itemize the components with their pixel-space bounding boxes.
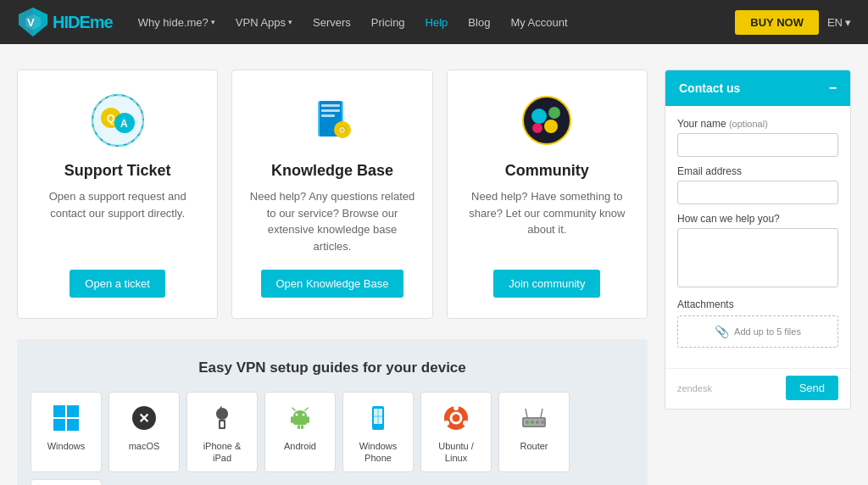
minimize-button[interactable]: − [829,81,837,96]
contact-form-body: Your name (optional) Email address How c… [665,106,850,368]
device-label-macos: macOS [129,440,160,452]
svg-point-33 [303,414,305,416]
svg-line-34 [292,408,295,410]
device-item-blackberry[interactable]: Blackberry [31,479,102,485]
svg-rect-43 [379,409,383,416]
support-ticket-card: Q A Support Ticket Open a support reques… [17,70,218,319]
svg-rect-37 [307,416,309,423]
router-icon [519,403,549,433]
device-item-windows-phone[interactable]: Windows Phone [342,392,414,472]
form-footer: zendesk Send [665,368,850,409]
device-section: Easy VPN setup guides for your device Wi… [17,339,648,485]
support-ticket-title: Support Ticket [64,162,171,180]
svg-rect-31 [220,421,224,427]
nav-right: BUY NOW EN ▾ [735,10,851,35]
device-item-ubuntu-linux[interactable]: Ubuntu / Linux [420,392,492,472]
svg-point-20 [531,109,547,124]
svg-point-53 [526,421,529,424]
svg-rect-26 [53,419,65,431]
contact-form: Contact us − Your name (optional) Email … [665,70,851,410]
svg-rect-27 [67,419,79,431]
knowledge-base-icon: ⚙ [303,91,362,150]
svg-point-55 [536,421,539,424]
main-content: Q A Support Ticket Open a support reques… [0,44,868,485]
svg-point-50 [444,421,449,426]
nav-links: Why hide.me? ▾ VPN Apps ▾ Servers Pricin… [130,11,736,34]
name-label: Your name (optional) [677,118,838,130]
device-item-windows[interactable]: Windows [31,392,102,472]
device-label-windows: Windows [47,440,86,452]
help-textarea[interactable] [677,228,838,287]
device-item-macos[interactable]: ✕ macOS [108,392,180,472]
svg-point-56 [541,421,544,424]
device-item-iphone-ipad[interactable]: iPhone & iPad [186,392,258,472]
svg-rect-36 [291,416,293,423]
svg-rect-39 [301,425,303,429]
svg-line-35 [305,408,308,410]
device-section-title: Easy VPN setup guides for your device [31,360,634,376]
svg-rect-42 [374,409,378,416]
language-selector[interactable]: EN ▾ [827,16,851,29]
support-ticket-desc: Open a support request and contact our s… [35,188,200,254]
nav-pricing[interactable]: Pricing [363,11,414,34]
community-card: Community Need help? Have something to s… [447,70,648,319]
chevron-down-icon: ▾ [211,18,215,26]
brand-logo[interactable]: V HIDEme [17,6,113,38]
svg-point-49 [463,421,468,426]
device-item-router[interactable]: Router [498,392,570,472]
email-input[interactable] [677,181,838,204]
device-label-iphone-ipad: iPhone & iPad [194,440,250,465]
left-section: Q A Support Ticket Open a support reques… [17,70,648,485]
device-label-ubuntu-linux: Ubuntu / Linux [428,440,484,465]
knowledge-base-title: Knowledge Base [271,162,393,180]
contact-form-header: Contact us − [665,70,850,106]
device-label-windows-phone: Windows Phone [350,440,406,465]
open-ticket-button[interactable]: Open a ticket [70,270,165,298]
zendesk-label: zendesk [677,383,712,393]
attachments-label: Attachments [677,298,838,310]
name-input[interactable] [677,133,838,157]
contact-form-title: Contact us [679,81,740,95]
nav-help[interactable]: Help [417,11,457,34]
macos-icon: ✕ [129,403,159,433]
support-ticket-icon: Q A [88,91,147,150]
right-section: Contact us − Your name (optional) Email … [665,70,851,485]
svg-point-23 [532,123,542,133]
navbar: V HIDEme Why hide.me? ▾ VPN Apps ▾ Serve… [0,0,868,44]
svg-point-21 [548,107,560,119]
ubuntu-icon [441,403,471,433]
attachments-dropzone[interactable]: 📎 Add up to 5 files [677,315,838,348]
svg-text:✕: ✕ [138,411,149,426]
svg-point-32 [296,414,298,416]
join-community-button[interactable]: Join community [493,270,600,298]
email-label: Email address [677,165,838,177]
svg-text:Q: Q [107,113,114,125]
device-item-android[interactable]: Android [264,392,336,472]
send-button[interactable]: Send [786,376,838,400]
help-label: How can we help you? [677,213,838,225]
nav-my-account[interactable]: My Account [502,11,576,34]
nav-why-hideme[interactable]: Why hide.me? ▾ [130,11,224,34]
svg-point-54 [531,421,534,424]
cards-row: Q A Support Ticket Open a support reques… [17,70,648,319]
apple-icon [207,403,237,433]
windows-icon [51,403,81,433]
svg-rect-12 [321,104,340,107]
device-label-android: Android [284,440,316,452]
nav-servers[interactable]: Servers [304,11,359,34]
knowledge-base-card: ⚙ Knowledge Base Need help? Any question… [231,70,432,319]
svg-text:⚙: ⚙ [338,125,346,135]
nav-blog[interactable]: Blog [459,11,498,34]
device-grid: Windows ✕ macOS [31,392,634,485]
buy-now-button[interactable]: BUY NOW [735,10,819,35]
nav-vpn-apps[interactable]: VPN Apps ▾ [227,11,301,34]
svg-line-58 [541,409,542,417]
svg-rect-25 [67,405,79,417]
svg-point-22 [544,120,558,133]
chevron-down-icon: ▾ [288,18,292,26]
svg-line-57 [526,409,527,417]
open-knowledge-base-button[interactable]: Open Knowledge Base [261,270,404,298]
logo-text: HIDEme [53,13,113,32]
device-label-router: Router [520,440,548,452]
svg-text:V: V [27,16,35,29]
